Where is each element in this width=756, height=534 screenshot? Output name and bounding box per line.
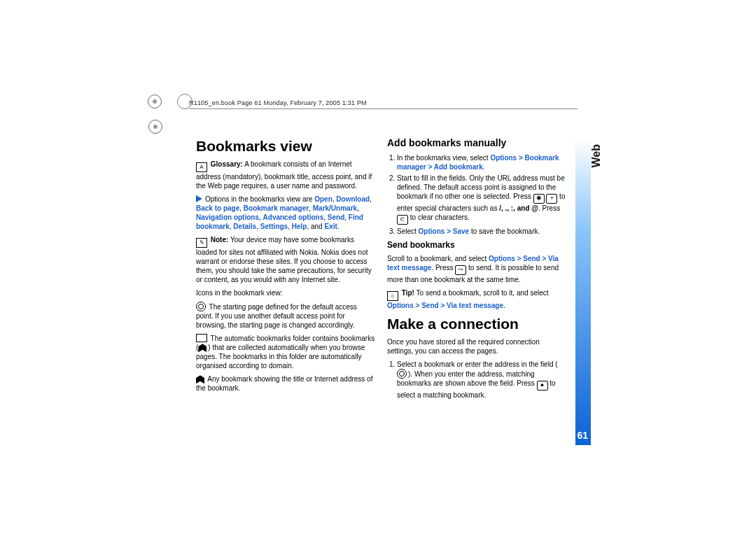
heading-bookmarks-view: Bookmarks view [196, 136, 376, 155]
s3b: Options > Save [419, 227, 470, 235]
side-tab [575, 137, 591, 445]
options-triangle-icon [196, 195, 202, 202]
heading-add-bookmarks: Add bookmarks manually [387, 136, 567, 149]
glossary-icon: A [196, 162, 207, 172]
crop-mark-icon [148, 94, 162, 108]
tip-a: To send a bookmark, scroll to it, and se… [414, 289, 549, 297]
key-star-icon: ✱ [533, 194, 545, 204]
options-block: Options in the bookmarks view are Open, … [196, 195, 376, 231]
note-block: ✎ Note: Your device may have some bookma… [196, 235, 376, 284]
tip-icon: ☼ [387, 291, 398, 301]
option-download: Download [336, 195, 370, 203]
send-c: . Press [431, 264, 455, 272]
option-advanced: Advanced options [263, 213, 324, 221]
s3c: to save the bookmark. [469, 227, 540, 235]
options-tail: , and [307, 223, 324, 230]
add-step-3: Select Options > Save to save the bookma… [397, 227, 567, 236]
icon-desc-auto: The automatic bookmarks folder contains … [196, 334, 376, 370]
tip-b: Options > Send > Via text message [387, 302, 503, 309]
page-number: 61 [577, 430, 588, 441]
header-filename: R1105_en.book Page 61 Monday, February 7… [189, 99, 367, 106]
icons-intro: Icons in the bookmark view: [196, 288, 376, 297]
glossary-block: A Glossary: A bookmark consists of an In… [196, 160, 376, 190]
header-rule [189, 108, 578, 110]
bookmark-leaf-icon [198, 344, 206, 352]
options-intro: Options in the bookmarks view are [205, 195, 314, 203]
option-settings: Settings [260, 223, 288, 230]
add-step-2: Start to fill in the fields. Only the UR… [397, 174, 567, 225]
add-steps: In the bookmarks view, select Options > … [387, 153, 567, 236]
option-bookmark-manager: Bookmark manager [244, 204, 309, 212]
icon-desc-bookmark: Any bookmark showing the title or Intern… [196, 374, 376, 393]
side-label: Web [590, 144, 603, 167]
s1a: In the bookmarks view, select [397, 154, 490, 162]
tip-lead: Tip! [402, 289, 414, 297]
option-exit: Exit [324, 223, 337, 230]
add-step-1: In the bookmarks view, select Options > … [397, 153, 567, 171]
option-mark-unmark: Mark/Unmark [313, 204, 357, 212]
heading-make-connection: Make a connection [387, 314, 567, 333]
note-icon: ✎ [196, 238, 207, 248]
crop-mark-icon [148, 120, 162, 134]
key-clear-icon: ⊂ [397, 215, 408, 225]
s2d: to clear characters. [408, 213, 470, 221]
key-call-icon: ⤳ [455, 265, 466, 275]
folder-icon [196, 334, 207, 342]
conn-intro: Once you have stored all the required co… [387, 337, 567, 356]
s2c: . Press [538, 204, 560, 212]
icon-desc-start: The starting page defined for the defaul… [196, 302, 376, 330]
s3a: Select [397, 227, 419, 235]
globe-icon [397, 369, 407, 379]
option-open: Open [314, 195, 332, 203]
bookmark-icon [196, 375, 204, 384]
option-help: Help [292, 223, 307, 230]
glossary-lead: Glossary: [211, 160, 243, 168]
page-content: Bookmarks view A Glossary: A bookmark co… [196, 136, 567, 432]
conn-steps: Select a bookmark or enter the address i… [387, 360, 567, 400]
option-back-to-page: Back to page [196, 204, 239, 212]
send-a: Scroll to a bookmark, and select [387, 255, 489, 262]
icon1-text: The starting page defined for the defaul… [196, 303, 357, 329]
tip-block: ☼ Tip! To send a bookmark, scroll to it,… [387, 288, 567, 310]
icon2b-text: ) that are collected automatically when … [196, 344, 365, 370]
note-lead: Note: [211, 236, 229, 244]
key-plus-icon: + [546, 194, 557, 204]
s2chars: /, ., :, and @ [499, 204, 538, 212]
key-select-icon: ● [537, 381, 548, 391]
send-paragraph: Scroll to a bookmark, and select Options… [387, 254, 567, 284]
globe-icon [196, 302, 206, 311]
option-details: Details [233, 223, 256, 230]
conn-b: ). When you enter the address, matching … [397, 370, 537, 387]
icon3-text: Any bookmark showing the title or Intern… [196, 375, 372, 392]
conn-step-1: Select a bookmark or enter the address i… [397, 360, 567, 400]
heading-send-bookmarks: Send bookmarks [387, 240, 567, 251]
conn-a: Select a bookmark or enter the address i… [397, 360, 558, 368]
option-send: Send [328, 213, 344, 221]
option-navigation: Navigation options [196, 213, 259, 221]
